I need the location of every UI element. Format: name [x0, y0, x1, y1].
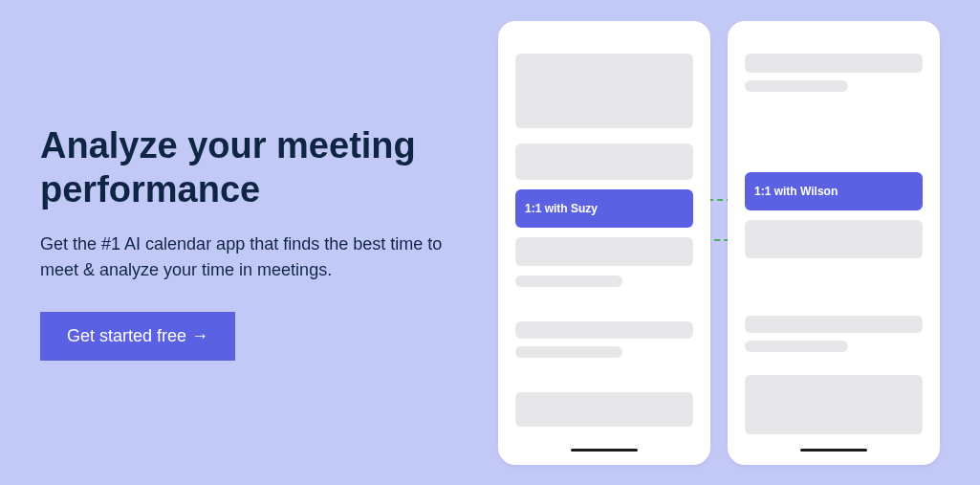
- skeleton-line: [515, 276, 622, 287]
- meeting-card: 1:1 with Wilson: [745, 172, 923, 210]
- phone-mockup-2: 1:1 with Wilson: [728, 21, 940, 465]
- hero-heading: Analyze your meeting performance: [40, 124, 460, 211]
- skeleton-line: [745, 316, 923, 333]
- phone-mockup-1: 1:1 with Suzy: [498, 21, 710, 465]
- skeleton-line: [745, 341, 848, 352]
- device-mockups: 1:1 with Suzy 1:1 with Wilson: [498, 21, 940, 465]
- skeleton-block: [515, 321, 693, 339]
- cta-label: Get started free →: [67, 326, 208, 346]
- skeleton-line: [745, 80, 848, 92]
- get-started-button[interactable]: Get started free →: [40, 312, 235, 361]
- skeleton-block: [515, 392, 693, 427]
- meeting-card: 1:1 with Suzy: [515, 189, 693, 228]
- skeleton-line: [515, 346, 622, 358]
- skeleton-line: [745, 54, 923, 73]
- hero-subtext: Get the #1 AI calendar app that finds th…: [40, 231, 460, 283]
- skeleton-block: [745, 220, 923, 258]
- skeleton-block: [745, 375, 923, 434]
- skeleton-block: [515, 237, 693, 266]
- skeleton-block: [515, 54, 693, 128]
- meeting-label: 1:1 with Suzy: [525, 202, 598, 215]
- hero-content: Analyze your meeting performance Get the…: [40, 124, 498, 360]
- home-indicator: [800, 449, 867, 452]
- skeleton-block: [515, 143, 693, 180]
- home-indicator: [571, 449, 638, 452]
- meeting-label: 1:1 with Wilson: [754, 185, 838, 198]
